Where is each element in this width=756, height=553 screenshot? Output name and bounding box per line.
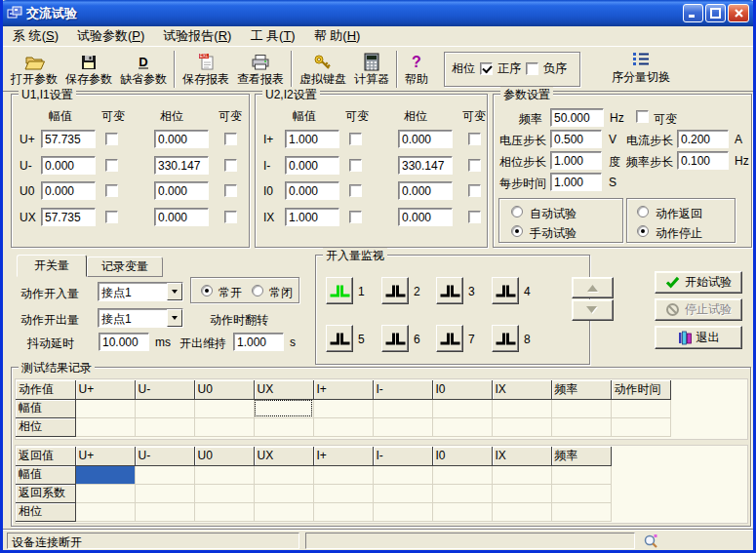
u2-I--phase-input[interactable] (398, 156, 453, 175)
contact-indicator-button-7[interactable] (436, 325, 463, 352)
u1-UX-amplitude-variable-checkbox[interactable] (105, 211, 118, 223)
manual-test-radio[interactable] (511, 225, 523, 237)
u2-I+-phase-input[interactable] (398, 130, 453, 148)
u1-U--phase-variable-checkbox[interactable] (224, 159, 237, 172)
grid-cell[interactable] (194, 417, 254, 436)
grid-column-header[interactable]: IX (492, 447, 551, 465)
grid-column-header[interactable]: U+ (75, 380, 135, 399)
grid-cell[interactable] (194, 502, 254, 521)
grid-corner-header[interactable]: 动作值 (16, 380, 75, 399)
grid-column-header[interactable]: 动作时间 (611, 380, 670, 399)
grid-cell[interactable] (135, 417, 194, 436)
grid-cell[interactable] (373, 417, 432, 436)
u1-U+-amplitude-variable-checkbox[interactable] (105, 133, 118, 145)
grid-cell[interactable] (432, 399, 492, 417)
status-zoom-button[interactable] (640, 533, 661, 549)
grid-cell[interactable] (551, 484, 611, 502)
grid-cell[interactable] (254, 417, 313, 436)
grid-cell[interactable] (194, 484, 254, 502)
contact-indicator-button-4[interactable] (492, 277, 519, 304)
stop-test-button[interactable]: 停止试验 (655, 298, 742, 321)
u1-U0-phase-input[interactable] (154, 181, 209, 200)
grid-column-header[interactable]: UX (254, 380, 313, 399)
toolbar-button-open-folder[interactable]: 打开参数 (7, 49, 61, 90)
grid-cell[interactable] (135, 465, 194, 484)
action-stop-radio[interactable] (637, 225, 649, 237)
u1-UX-phase-variable-checkbox[interactable] (224, 211, 237, 223)
menu-item-h[interactable]: 帮 助(H) (306, 25, 369, 47)
tab-record-variables[interactable]: 记录变量 (87, 257, 163, 277)
grid-cell[interactable] (492, 399, 551, 417)
grid-cell[interactable] (432, 417, 492, 436)
grid-column-header[interactable]: U- (135, 380, 194, 399)
grid-cell[interactable] (75, 417, 135, 436)
toolbar-button-print-report[interactable]: 查看报表 (233, 49, 288, 90)
u1-U+-phase-variable-checkbox[interactable] (224, 133, 237, 145)
u2-I+-amplitude-variable-checkbox[interactable] (349, 133, 362, 145)
u2-I0-phase-input[interactable] (398, 181, 453, 200)
grid-cell[interactable] (254, 502, 313, 521)
grid-cell[interactable] (313, 484, 373, 502)
grid-column-header[interactable]: I0 (432, 447, 492, 465)
grid-cell[interactable] (313, 502, 373, 521)
u1-U0-amplitude-variable-checkbox[interactable] (105, 184, 118, 197)
grid-cell[interactable] (432, 484, 492, 502)
grid-cell[interactable] (432, 502, 492, 521)
grid-column-header[interactable]: I- (373, 447, 432, 465)
grid-column-header[interactable]: IX (492, 380, 551, 399)
grid-cell[interactable] (492, 502, 551, 521)
grid-column-header[interactable]: U- (135, 447, 194, 465)
menu-item-r[interactable]: 试验报告(R) (155, 25, 239, 47)
u2-I+-phase-variable-checkbox[interactable] (468, 133, 481, 145)
u1-U--amplitude-variable-checkbox[interactable] (105, 159, 118, 172)
chevron-down-icon[interactable] (167, 309, 182, 327)
grid-cell[interactable] (492, 484, 551, 502)
grid-cell[interactable] (313, 417, 373, 436)
move-down-button[interactable] (572, 299, 614, 321)
grid-row-header[interactable]: 返回系数 (16, 484, 75, 502)
grid-cell[interactable] (551, 465, 611, 484)
grid-column-header[interactable]: UX (254, 447, 313, 465)
grid-row-header[interactable]: 幅值 (16, 399, 75, 417)
grid-cell[interactable] (611, 417, 670, 436)
debounce-input[interactable] (99, 333, 149, 351)
grid-cell[interactable] (75, 465, 135, 484)
grid-column-header[interactable]: 频率 (551, 380, 611, 399)
toolbar-button-calculator[interactable]: 计算器 (350, 49, 393, 90)
close-button[interactable] (728, 4, 749, 22)
grid-row-header[interactable]: 幅值 (16, 465, 75, 484)
grid-cell[interactable] (135, 484, 194, 502)
grid-column-header[interactable]: I+ (313, 380, 373, 399)
grid-cell[interactable] (75, 502, 135, 521)
grid-cell[interactable] (432, 465, 492, 484)
u2-I--amplitude-input[interactable] (285, 156, 339, 175)
grid-cell[interactable] (551, 417, 611, 436)
negative-sequence-checkbox[interactable] (526, 62, 538, 75)
toolbar-button-save-floppy[interactable]: 保存参数 (61, 49, 116, 90)
grid-cell[interactable] (75, 484, 135, 502)
grid-cell[interactable] (373, 399, 432, 417)
grid-row-header[interactable]: 相位 (16, 502, 75, 521)
u1-U0-phase-variable-checkbox[interactable] (224, 184, 237, 197)
maximize-button[interactable] (705, 4, 726, 22)
u1-U--amplitude-input[interactable] (41, 156, 96, 175)
step-time-input[interactable] (550, 173, 602, 191)
grid-column-header[interactable]: I+ (313, 447, 373, 465)
normally-open-radio[interactable] (201, 285, 213, 296)
frequency-variable-checkbox[interactable] (636, 110, 649, 123)
grid-cell[interactable] (254, 484, 313, 502)
grid-column-header[interactable]: U+ (75, 447, 135, 465)
start-test-button[interactable]: 开始试验 (655, 271, 742, 294)
hold-input[interactable] (233, 333, 284, 351)
toolbar-button-default-d[interactable]: D缺省参数 (116, 49, 171, 90)
u1-U+-phase-input[interactable] (154, 130, 209, 148)
u2-IX-amplitude-variable-checkbox[interactable] (349, 211, 362, 223)
grid-cell[interactable] (373, 484, 432, 502)
normally-closed-radio[interactable] (252, 285, 263, 296)
action-return-radio[interactable] (637, 206, 649, 217)
grid-cell[interactable] (135, 399, 194, 417)
phase-step-input[interactable] (550, 151, 602, 170)
contact-indicator-button-8[interactable] (492, 325, 519, 352)
positive-sequence-checkbox[interactable] (480, 62, 493, 75)
action-input-combobox[interactable]: 接点1 (98, 282, 183, 301)
